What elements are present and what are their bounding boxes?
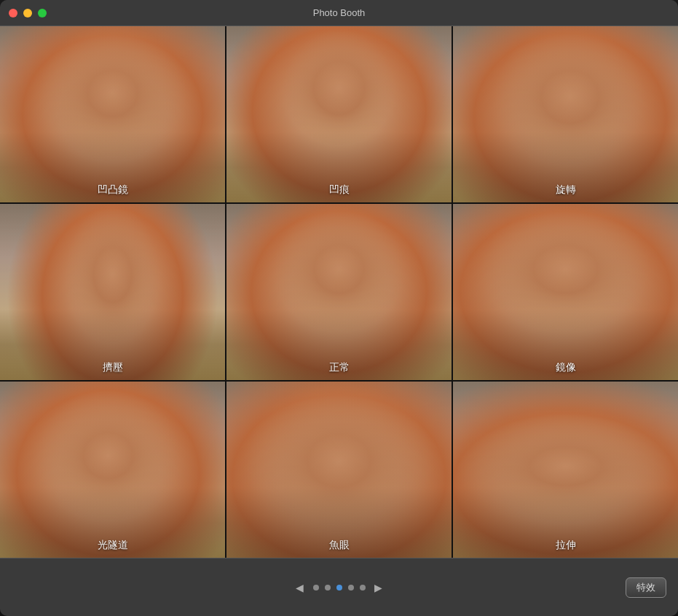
page-dot-4[interactable]: [348, 585, 354, 591]
cell-label-fisheye: 魚眼: [226, 539, 452, 552]
cell-dent[interactable]: 凹痕: [226, 26, 452, 202]
cell-label-convex: 凹凸鏡: [0, 183, 225, 197]
page-dot-2[interactable]: [325, 585, 331, 591]
cell-stretch[interactable]: 拉伸: [453, 382, 678, 558]
next-page-button[interactable]: ▶: [371, 580, 386, 595]
cell-label-squeeze: 擠壓: [0, 361, 225, 374]
minimize-button[interactable]: [23, 9, 32, 17]
pagination: ◀ ▶: [293, 580, 386, 595]
cell-normal[interactable]: 正常: [226, 204, 452, 380]
cell-convex[interactable]: 凹凸鏡: [0, 26, 225, 202]
cell-squeeze[interactable]: 擠壓: [0, 204, 225, 380]
cell-label-stretch: 拉伸: [453, 539, 678, 552]
page-dot-1[interactable]: [313, 585, 319, 591]
window-controls: [9, 9, 47, 17]
cell-label-twirl: 旋轉: [453, 183, 678, 197]
titlebar: Photo Booth: [0, 0, 678, 26]
window-title: Photo Booth: [313, 7, 366, 18]
close-button[interactable]: [9, 9, 17, 17]
page-dot-5[interactable]: [360, 585, 366, 591]
cell-label-mirror: 鏡像: [453, 361, 678, 374]
maximize-button[interactable]: [38, 9, 47, 17]
cell-mirror[interactable]: 鏡像: [453, 204, 678, 380]
cell-fisheye[interactable]: 魚眼: [226, 382, 452, 558]
cell-tunnel[interactable]: 光隧道: [0, 382, 225, 558]
cell-label-tunnel: 光隧道: [0, 539, 225, 552]
cell-label-normal: 正常: [226, 361, 452, 374]
effects-grid: 凹凸鏡 凹痕 旋轉 擠壓 正常: [0, 26, 678, 558]
effects-button[interactable]: 特效: [626, 577, 666, 598]
photo-booth-window: Photo Booth 凹凸鏡 凹痕 旋轉 擠壓: [0, 0, 678, 616]
cell-twirl[interactable]: 旋轉: [453, 26, 678, 202]
bottombar: ◀ ▶ 特效: [0, 558, 678, 616]
page-dot-3[interactable]: [336, 585, 342, 591]
prev-page-button[interactable]: ◀: [293, 580, 307, 595]
cell-label-dent: 凹痕: [226, 183, 452, 197]
